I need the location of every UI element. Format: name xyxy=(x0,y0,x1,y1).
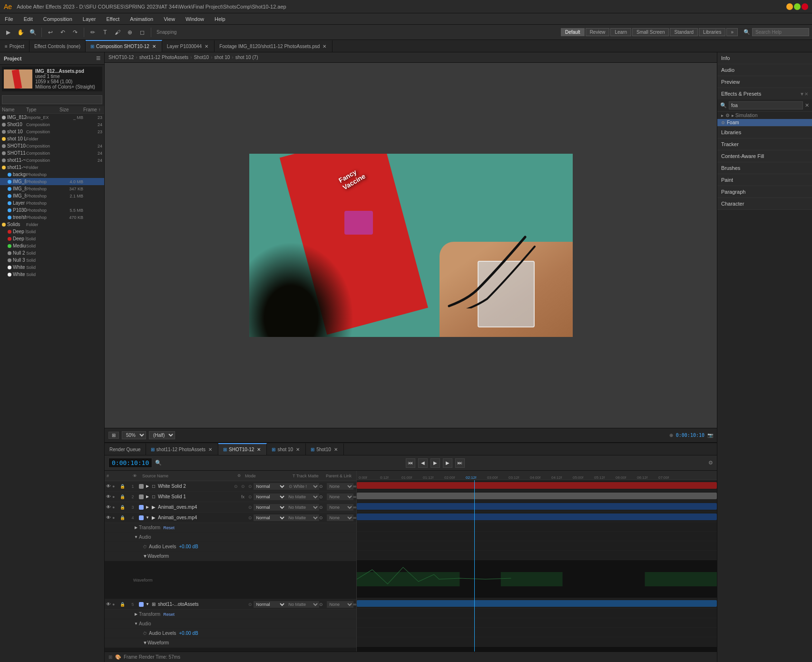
effects-panel-close[interactable]: ✕ xyxy=(804,91,808,97)
tab-effect-controls[interactable]: Effect Controls (none) xyxy=(29,40,86,52)
layer-1-lock[interactable]: 🔒 xyxy=(120,484,127,489)
layer-5-eye[interactable]: 👁 xyxy=(105,601,112,608)
right-panel-character-header[interactable]: Character xyxy=(717,198,812,209)
layer-4-audio-levels-icon[interactable]: ⏱ xyxy=(143,544,147,549)
layer-1-eye[interactable]: 👁 xyxy=(105,483,112,490)
tl-options-icon[interactable]: ⚙ xyxy=(708,460,713,466)
search-input[interactable] xyxy=(752,28,809,36)
layer-2-matte[interactable]: No Matte xyxy=(286,494,319,500)
tab-tl-5hot10[interactable]: ⊞ 5hot10 ✕ xyxy=(306,443,344,455)
layer-4-mode[interactable]: Normal xyxy=(254,514,286,521)
file-item[interactable]: shot 10Composition23 xyxy=(0,128,104,135)
layer-5-audio-levels-icon[interactable]: ⏱ xyxy=(143,631,147,636)
effects-search-input[interactable] xyxy=(729,101,803,109)
transport-next[interactable]: ▶ xyxy=(443,458,452,468)
right-panel-libraries-header[interactable]: Libraries xyxy=(717,127,812,138)
layer-3-lock[interactable]: 🔒 xyxy=(120,505,127,510)
layer-4-lock[interactable]: 🔒 xyxy=(120,515,127,520)
layer-5-matte[interactable]: No Matte xyxy=(286,601,319,608)
file-item[interactable]: shot11-~hotoAssetsComposition24 xyxy=(0,157,104,164)
right-panel-brushes-header[interactable]: Brushes xyxy=(717,162,812,174)
transport-first[interactable]: ⏮ xyxy=(406,458,415,468)
file-item[interactable]: tree/sh_ets.psdPhotoshop470 KB xyxy=(0,214,104,221)
fit-view-btn[interactable]: ⊞ xyxy=(108,432,119,439)
file-item[interactable]: Null 3Solid xyxy=(0,257,104,264)
file-item[interactable]: SolidsFolder xyxy=(0,221,104,228)
track-1[interactable] xyxy=(357,480,717,491)
layer-1-switch-3[interactable]: ⊙ xyxy=(247,483,254,490)
right-panel-tracker-header[interactable]: Tracker xyxy=(717,138,812,150)
track-2[interactable] xyxy=(357,491,717,501)
file-item[interactable]: IMG_813...psdPhotoshop347 KB xyxy=(0,185,104,192)
layer-5-transform-reset[interactable]: Reset xyxy=(163,612,175,617)
layer-4-audio-expand[interactable]: ▼ xyxy=(133,534,139,540)
layer-4-matte[interactable]: No Matte xyxy=(286,514,319,521)
layer-4-waveform-expand[interactable]: ▼ xyxy=(143,553,147,559)
tab-footage[interactable]: Footage IMG_8120/shot11-12 PhotoAssets.p… xyxy=(215,40,333,52)
tl-search-icon[interactable]: 🔍 xyxy=(155,460,162,466)
track-5[interactable] xyxy=(357,598,717,609)
layer-2-expand[interactable]: ▶ xyxy=(145,494,150,500)
layer-1-switch-1[interactable]: ⊙ xyxy=(233,483,239,490)
file-item[interactable]: Shot10Composition24 xyxy=(0,121,104,128)
layer-1-parent[interactable]: None xyxy=(327,483,353,490)
layer-2-fx[interactable]: fx xyxy=(240,494,246,500)
layer-3-parent[interactable]: None xyxy=(327,504,353,511)
file-item[interactable]: IMG_812...psdPhotoshop4.0 MB xyxy=(0,178,104,185)
redo-btn[interactable]: ↷ xyxy=(70,27,80,38)
workspace-default[interactable]: Default xyxy=(561,28,585,36)
breadcrumb-item-2[interactable]: Shot10 xyxy=(194,55,209,60)
tl-tab-1-close[interactable]: ✕ xyxy=(256,447,262,453)
composition-tab-close[interactable]: ✕ xyxy=(151,44,157,49)
layer-3-eye[interactable]: 👁 xyxy=(105,504,112,511)
layer-5-transform-expand[interactable]: ▶ xyxy=(133,612,139,617)
menu-edit[interactable]: Edit xyxy=(22,15,35,23)
effects-panel-expand[interactable]: ▼ xyxy=(800,91,804,97)
file-item[interactable]: shot11-~ets LayersFolder xyxy=(0,164,104,171)
clone-tool[interactable]: ⊕ xyxy=(125,27,135,38)
breadcrumb-item-1[interactable]: shot11-12 PhotoAssets xyxy=(139,55,188,60)
zoom-tool[interactable]: 🔍 xyxy=(28,27,38,38)
layer-5-waveform-expand[interactable]: ▼ xyxy=(143,640,147,645)
layer-1-switch-2[interactable]: ⊙ xyxy=(240,483,246,490)
file-item[interactable]: SHOT11-12Composition24 xyxy=(0,149,104,157)
right-panel-effects-header[interactable]: Effects & Presets ▼ ✕ xyxy=(717,88,812,99)
workspace-libraries[interactable]: Libraries xyxy=(699,28,725,36)
right-panel-audio-header[interactable]: Audio xyxy=(717,64,812,76)
workspace-standard[interactable]: Standard xyxy=(670,28,698,36)
layer-3-matte[interactable]: No Matte xyxy=(286,504,319,511)
tab-tl-shot10[interactable]: ⊞ shot 10 ✕ xyxy=(267,443,306,455)
layer-4-parent[interactable]: None xyxy=(327,514,353,521)
tab-layer[interactable]: Layer P1030044 ✕ xyxy=(162,40,215,52)
tl-tab-0-close[interactable]: ✕ xyxy=(207,447,213,453)
tab-project[interactable]: ≡ Project xyxy=(0,40,29,52)
minimize-button[interactable] xyxy=(786,3,793,10)
layer-1-solo[interactable]: ● xyxy=(112,484,120,489)
layer-1-matte[interactable]: ⊙ White ! xyxy=(286,483,319,490)
layer-5-solo[interactable]: ● xyxy=(112,602,120,607)
right-panel-info-header[interactable]: Info xyxy=(717,52,812,64)
layer-5-expand[interactable]: ▼ xyxy=(145,602,150,607)
layer-2-switch[interactable]: ⊙ xyxy=(247,494,254,500)
layer-3-expand[interactable]: ▶ xyxy=(145,504,150,510)
file-item[interactable]: shot 10 LayersFolder xyxy=(0,135,104,142)
footage-tab-close[interactable]: ✕ xyxy=(322,44,327,49)
breadcrumb-item-3[interactable]: shot 10 xyxy=(215,55,230,60)
bottom-bar-controls[interactable]: ⊞ xyxy=(108,654,112,660)
project-panel-menu[interactable]: ☰ xyxy=(96,56,100,61)
menu-animation[interactable]: Animation xyxy=(128,15,155,23)
file-item[interactable]: Deep Re_lid 1Solid xyxy=(0,228,104,235)
transport-prev[interactable]: ◀ xyxy=(418,458,428,468)
layer-2-lock[interactable]: 🔒 xyxy=(120,494,127,499)
project-search-input[interactable] xyxy=(2,95,102,104)
track-3[interactable] xyxy=(357,501,717,512)
effects-simulation-category[interactable]: ▸ ⚙ ▸ Simulation xyxy=(717,112,812,119)
tab-tl-photossets[interactable]: ⊞ shot11-12 PhotoAssets ✕ xyxy=(146,443,218,455)
transport-play[interactable]: ▶ xyxy=(430,458,440,468)
menu-file[interactable]: File xyxy=(3,15,15,23)
layer-2-eye[interactable]: 👁 xyxy=(105,493,112,501)
workspace-more[interactable]: » xyxy=(726,28,738,36)
close-button[interactable] xyxy=(802,3,808,10)
tab-render-queue[interactable]: Render Queue xyxy=(105,443,146,455)
layer-5-parent[interactable]: None xyxy=(327,601,353,608)
